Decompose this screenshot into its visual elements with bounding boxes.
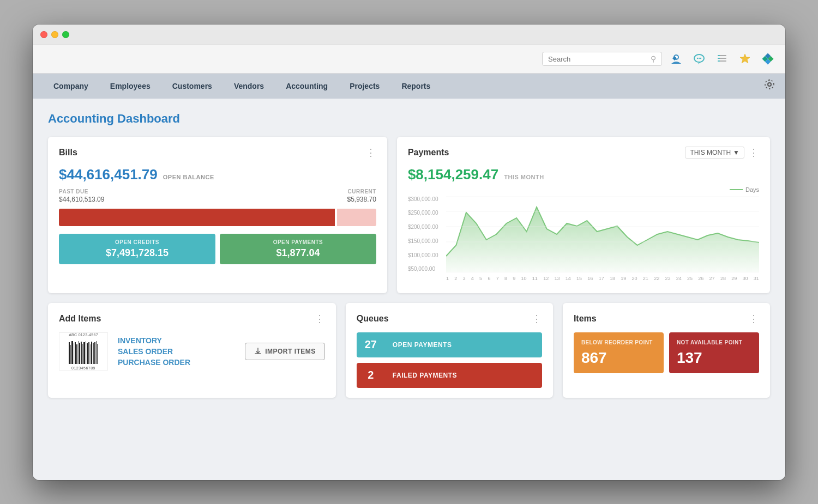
- items-card-header: Items ⋮: [574, 313, 759, 325]
- queue-item-failed-payments[interactable]: 2 FAILED PAYMENTS: [357, 363, 542, 388]
- bills-menu-icon[interactable]: ⋮: [366, 147, 376, 159]
- bills-card-header: Bills ⋮: [59, 147, 376, 159]
- queue-items: 27 OPEN PAYMENTS 2 FAILED PAYMENTS: [357, 332, 542, 388]
- bills-past-due-bar: [59, 209, 335, 226]
- bills-open-payments-value: $1,877.04: [276, 247, 320, 259]
- items-title: Items: [574, 314, 597, 324]
- bills-card: Bills ⋮ $44,616,451.79 OPEN BALANCE PAST…: [48, 137, 387, 293]
- svg-point-20: [768, 83, 771, 86]
- queues-card: Queues ⋮ 27 OPEN PAYMENTS 2 FAILED PAYME…: [346, 303, 553, 398]
- bills-open-credits-value: $7,491,728.15: [106, 247, 169, 259]
- bills-current: CURRENT $5,938.70: [347, 189, 376, 203]
- close-button[interactable]: [40, 31, 47, 38]
- page-title: Accounting Dashboard: [48, 112, 770, 126]
- barcode-number: 0123456789: [71, 366, 95, 370]
- star-icon[interactable]: [737, 51, 753, 66]
- bills-bottom-stats: OPEN CREDITS $7,491,728.15 OPEN PAYMENTS…: [59, 234, 376, 264]
- bills-progress-bars: [59, 209, 376, 226]
- import-items-label: IMPORT ITEMS: [265, 348, 316, 355]
- svg-point-5: [697, 58, 698, 59]
- barcode-bars: [69, 338, 98, 364]
- queue-failed-payments-count: 2: [357, 363, 385, 388]
- settings-icon[interactable]: [763, 78, 775, 93]
- list-icon[interactable]: [714, 51, 730, 66]
- user-avatar-icon[interactable]: [669, 51, 684, 66]
- queues-title: Queues: [357, 314, 389, 324]
- app-logo-icon[interactable]: [760, 51, 775, 66]
- nav-item-vendors[interactable]: Vendors: [223, 74, 275, 99]
- maximize-button[interactable]: [62, 31, 69, 38]
- nav-item-customers[interactable]: Customers: [161, 74, 223, 99]
- barcode-image: ABC 0123-4567: [59, 332, 108, 371]
- nav-item-accounting[interactable]: Accounting: [275, 74, 339, 99]
- bills-title: Bills: [59, 148, 77, 157]
- bills-balance: $44,616,451.79 OPEN BALANCE: [59, 166, 376, 183]
- search-icon: ⚲: [651, 54, 656, 63]
- payments-filter-button[interactable]: THIS MONTH ▼: [685, 147, 744, 159]
- svg-point-21: [765, 80, 774, 89]
- top-bar-icons: [669, 51, 775, 66]
- payments-title: Payments: [408, 148, 449, 157]
- svg-point-7: [700, 58, 701, 59]
- nav-bar: Company Employees Customers Vendors Acco…: [33, 74, 785, 99]
- search-box[interactable]: ⚲: [542, 52, 662, 66]
- nav-item-reports[interactable]: Reports: [390, 74, 441, 99]
- nav-items: Company Employees Customers Vendors Acco…: [43, 74, 763, 99]
- items-menu-icon[interactable]: ⋮: [749, 313, 759, 325]
- items-below-reorder-value: 867: [581, 349, 656, 367]
- add-item-inventory[interactable]: INVENTORY: [118, 336, 190, 345]
- main-content: Accounting Dashboard Bills ⋮ $44,616,451…: [33, 99, 785, 480]
- items-grid: BELOW REORDER POINT 867 NOT AVAILABLE PO…: [574, 332, 759, 373]
- payments-card-header: Payments THIS MONTH ▼ ⋮: [408, 147, 759, 159]
- items-below-reorder-label: BELOW REORDER POINT: [581, 339, 656, 346]
- add-items-card: Add Items ⋮ ABC 0123-4567: [48, 303, 336, 398]
- svg-rect-11: [718, 55, 720, 56]
- svg-marker-14: [740, 54, 750, 63]
- payments-amount: $8,154,259.47: [408, 166, 498, 183]
- queues-menu-icon[interactable]: ⋮: [532, 313, 542, 325]
- chart-x-labels: 12345 678910 1112131415 1617181920 21222…: [446, 274, 759, 283]
- top-bar: ⚲: [33, 45, 785, 74]
- title-bar: [33, 25, 785, 45]
- payments-chart: $300,000.00 $250,000.00 $200,000.00 $150…: [408, 196, 759, 283]
- bills-open-balance-label: OPEN BALANCE: [163, 174, 214, 180]
- traffic-lights: [40, 31, 69, 38]
- queue-open-payments-label: OPEN PAYMENTS: [385, 341, 542, 349]
- add-item-sales-order[interactable]: SALES ORDER: [118, 347, 190, 356]
- bills-current-value: $5,938.70: [347, 196, 376, 203]
- add-items-links: INVENTORY SALES ORDER PURCHASE ORDER: [118, 336, 190, 367]
- payments-menu-icon[interactable]: ⋮: [749, 147, 759, 159]
- payments-filter-chevron: ▼: [733, 149, 739, 156]
- nav-item-company[interactable]: Company: [43, 74, 99, 99]
- legend-line: [730, 189, 743, 190]
- bills-past-due-label: PAST DUE: [59, 189, 104, 195]
- items-below-reorder-stat: BELOW REORDER POINT 867: [574, 332, 664, 373]
- nav-item-employees[interactable]: Employees: [99, 74, 161, 99]
- queue-item-open-payments[interactable]: 27 OPEN PAYMENTS: [357, 332, 542, 357]
- bills-past-due-value: $44,610,513.09: [59, 196, 104, 203]
- chat-icon[interactable]: [691, 51, 707, 66]
- nav-item-projects[interactable]: Projects: [339, 74, 390, 99]
- add-item-purchase-order[interactable]: PURCHASE ORDER: [118, 358, 190, 367]
- items-card: Items ⋮ BELOW REORDER POINT 867 NOT AVAI…: [563, 303, 770, 398]
- items-not-available-value: 137: [677, 349, 751, 367]
- payments-amount-row: $8,154,259.47 THIS MONTH: [408, 166, 759, 183]
- search-input[interactable]: [548, 55, 647, 63]
- import-items-button[interactable]: IMPORT ITEMS: [245, 343, 325, 360]
- download-icon: [254, 348, 262, 355]
- items-not-available-stat: NOT AVAILABLE POINT 137: [669, 332, 759, 373]
- add-items-menu-icon[interactable]: ⋮: [315, 313, 325, 325]
- queue-open-payments-count: 27: [357, 332, 385, 357]
- svg-rect-12: [718, 58, 720, 59]
- bills-open-balance-amount: $44,616,451.79: [59, 166, 158, 183]
- minimize-button[interactable]: [51, 31, 58, 38]
- payments-filter-label: THIS MONTH: [690, 149, 731, 156]
- bills-sub: PAST DUE $44,610,513.09 CURRENT $5,938.7…: [59, 189, 376, 203]
- items-not-available-label: NOT AVAILABLE POINT: [677, 339, 751, 346]
- svg-point-6: [699, 58, 700, 59]
- bills-past-due: PAST DUE $44,610,513.09: [59, 189, 104, 203]
- payments-card: Payments THIS MONTH ▼ ⋮ $8,154,259.47 TH…: [397, 137, 770, 293]
- chart-svg-container: [446, 196, 759, 272]
- add-items-title: Add Items: [59, 314, 101, 324]
- add-items-content: ABC 0123-4567: [59, 332, 325, 371]
